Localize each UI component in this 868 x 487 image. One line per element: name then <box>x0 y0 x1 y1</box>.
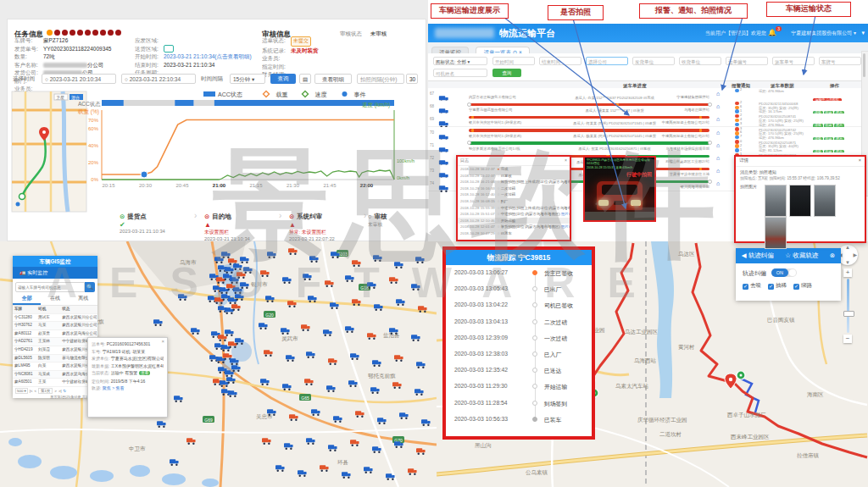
truck-marker[interactable] <box>264 350 273 357</box>
alarm-badge[interactable] <box>735 109 739 113</box>
gis-vehicle-row[interactable]: 宁H30762马某蒙西水泥银川分公司 <box>13 322 97 330</box>
correction-checkbox-绑路[interactable]: ✓绑路 <box>793 282 812 290</box>
filter-input-7[interactable]: 派车单号 <box>772 57 815 65</box>
truck-marker[interactable] <box>225 329 234 336</box>
vehicle-popup-value[interactable]: 聚焦 > 查看 <box>103 385 125 390</box>
truck-marker[interactable] <box>221 345 231 351</box>
correct-track-button[interactable]: ◀ 轨迹纠偏 <box>742 248 774 263</box>
timeline-item[interactable]: 2020-03-03 13:04:22司机已签收 <box>446 297 592 313</box>
alarm-badge[interactable] <box>735 127 739 131</box>
alarm-badge[interactable] <box>735 123 739 127</box>
photo-thumbnail[interactable] <box>765 217 787 249</box>
detail-close-icon[interactable]: × <box>859 158 861 163</box>
vehicle-popup-close-icon[interactable]: × <box>161 339 164 344</box>
photo-thumbnail[interactable] <box>789 185 811 217</box>
truck-marker[interactable] <box>260 270 270 277</box>
filter-input-3[interactable]: 选择公司 <box>586 57 628 65</box>
truck-marker[interactable] <box>243 267 253 274</box>
timeline-item[interactable]: 2020-03-03 13:06:27货主已签收 <box>446 265 592 281</box>
truck-marker[interactable] <box>174 396 183 402</box>
truck-marker[interactable] <box>408 468 417 475</box>
save-track-button[interactable]: ☆ 收藏轨迹 <box>785 248 818 263</box>
filter-input-2[interactable]: 结束时间 <box>539 57 581 65</box>
truck-marker[interactable] <box>298 470 307 477</box>
truck-marker[interactable] <box>372 446 381 453</box>
gis-vehicle-row[interactable]: 宁HD4219刘某霞蒙西水泥银川分公司 <box>13 346 97 355</box>
table-row[interactable]: 71鄂尔多斯水泥有限责任公司1#线承运人: 贺某 PD2023031620250… <box>428 140 862 153</box>
gis-search-input[interactable] <box>15 282 85 292</box>
gis-pager[interactable]: 500 ▾ |<< 第1页 >>|↻ <box>13 387 97 395</box>
truck-marker[interactable] <box>301 324 310 331</box>
truck-marker[interactable] <box>415 389 424 396</box>
truck-marker[interactable] <box>415 257 425 263</box>
filter-input-1[interactable]: 开始时间 <box>492 57 535 65</box>
truck-marker[interactable] <box>367 282 376 289</box>
alarm-badge[interactable] <box>735 114 739 119</box>
truck-marker[interactable] <box>348 380 358 387</box>
truck-marker[interactable] <box>328 445 337 451</box>
truck-marker[interactable] <box>226 377 236 384</box>
icon-state-select[interactable]: 图标状态: 全部 ▾ <box>433 57 487 65</box>
truck-marker[interactable] <box>153 319 163 326</box>
alarm-badge[interactable] <box>735 140 739 144</box>
truck-marker[interactable] <box>416 362 426 368</box>
truck-marker[interactable] <box>364 467 373 473</box>
truck-marker[interactable] <box>323 329 332 336</box>
filter-input-4[interactable]: 发货单位 <box>632 57 675 65</box>
truck-marker[interactable] <box>345 326 354 333</box>
photo-thumbnail[interactable] <box>814 185 836 217</box>
truck-marker[interactable] <box>325 280 334 287</box>
alarm-badge[interactable] <box>735 148 739 152</box>
alarm-badge[interactable] <box>735 102 739 106</box>
alarm-badge[interactable] <box>735 144 739 148</box>
zoom-in-button[interactable]: + <box>843 268 852 277</box>
table-row[interactable]: 67内蒙古君正能源化工有限公司承运人: 白某 152****0637 PD202… <box>428 88 862 102</box>
truck-marker[interactable] <box>333 416 342 423</box>
truck-marker[interactable] <box>372 360 381 367</box>
truck-marker[interactable] <box>303 274 312 280</box>
timeline-item[interactable]: 2020-03-03 12:35:42已送达 <box>446 362 592 379</box>
timeline-item[interactable]: 2020-03-03 12:39:09一次过磅 <box>446 330 592 346</box>
truck-marker[interactable] <box>260 379 270 385</box>
gis-tab-全部[interactable]: 全部 <box>13 294 41 305</box>
table-row[interactable]: 70银川市兴庆区中转站1 (环保水泥)承运人: 杨某某 (司机) PD20230… <box>428 127 862 141</box>
truck-marker[interactable] <box>191 328 200 335</box>
timeline-item[interactable]: 2020-03-03 13:05:43已出厂 <box>446 281 592 297</box>
truck-marker[interactable] <box>342 472 351 479</box>
alarm-badge[interactable] <box>735 131 739 136</box>
platform-company[interactable]: 宁夏建材集团股份有限公司 ▾ <box>791 30 856 37</box>
timeline-item[interactable]: 2020-03-03 13:04:13二次过磅 <box>446 314 592 330</box>
truck-marker[interactable] <box>284 443 293 450</box>
truck-marker[interactable] <box>328 358 337 365</box>
alarm-badge[interactable] <box>735 106 739 110</box>
filter-input-6[interactable]: 运单编号 <box>726 57 768 65</box>
filter-input-8[interactable]: 车牌号 <box>819 57 861 65</box>
gis-vehicle-row[interactable]: 宁NC8081马某成蒙西水泥乌海分公司 <box>13 371 97 379</box>
timeline-item[interactable]: 2020-03-03 11:29:30开始运输 <box>446 379 592 395</box>
truck-marker[interactable] <box>320 465 329 472</box>
truck-marker[interactable] <box>345 275 354 282</box>
truck-marker[interactable] <box>289 414 298 421</box>
event-marker[interactable] <box>141 171 147 178</box>
truck-marker[interactable] <box>367 333 376 340</box>
log-close-icon[interactable]: × <box>565 158 567 163</box>
gis-search-button[interactable]: 🔍 <box>85 282 95 292</box>
truck-marker[interactable] <box>306 438 315 445</box>
truck-marker[interactable] <box>236 272 246 279</box>
truck-marker[interactable] <box>394 262 403 268</box>
table-row[interactable]: 68宁夏赛马物流股份有限公司承运人: 康某某 152****0637 | 已装货… <box>428 101 862 114</box>
truck-marker[interactable] <box>228 390 237 397</box>
collapse-icon[interactable]: ▾ <box>861 30 865 36</box>
gis-vehicle-row[interactable]: 蒙A80112赵某贵蒙西水泥乌海分公司 <box>13 330 97 339</box>
realtime-monitor-button[interactable]: 🚛 实时监控 <box>13 267 97 279</box>
truck-marker[interactable] <box>370 387 380 394</box>
truck-marker[interactable] <box>352 260 361 267</box>
truck-marker[interactable] <box>306 351 315 358</box>
truck-marker[interactable] <box>392 382 402 389</box>
truck-marker[interactable] <box>350 353 359 360</box>
correction-toggle[interactable]: ON <box>771 268 797 277</box>
truck-marker[interactable] <box>373 255 382 262</box>
gis-vehicle-row[interactable]: 蒙A60501王某中宁建材租赁站 <box>13 379 97 387</box>
photo-thumbnail[interactable] <box>765 185 787 217</box>
truck-marker[interactable] <box>411 284 420 291</box>
